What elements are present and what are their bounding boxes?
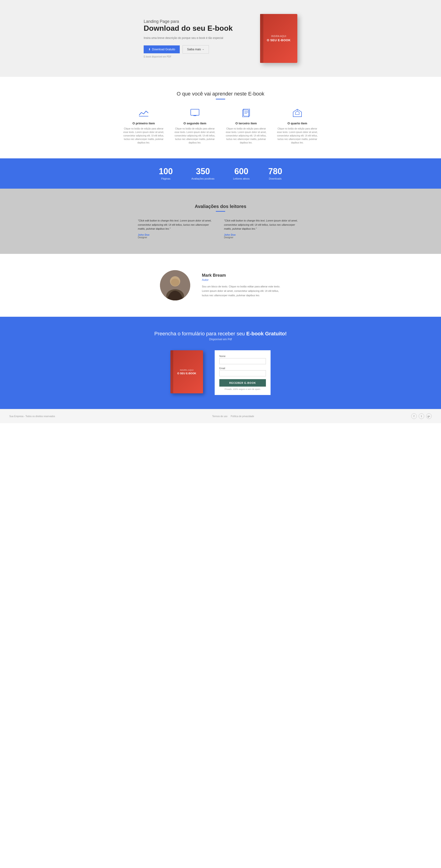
feature-desc-4: Clique no botão de edição para alterar e… [276, 127, 318, 145]
reviews-title: Avaliações dos leitores [116, 204, 325, 209]
download-button-label: Download Gratuito [152, 48, 175, 51]
hero-book-mockup: INSIRA AQUI O SEU E-BOOK [260, 14, 297, 63]
stat-ratings: 350 Avaliações positivas [191, 166, 215, 181]
stat-readers-number: 600 [233, 166, 250, 176]
cta-title: Preencha o formulário para receber seu E… [9, 331, 432, 337]
footer-privacy-link[interactable]: Política de privacidade [231, 415, 254, 417]
feature-name-1: O primeiro item [123, 122, 165, 125]
learn-divider [216, 99, 225, 99]
hero-subtitle: Landing Page para [144, 19, 242, 24]
feature-desc-1: Clique no botão de edição para alterar e… [123, 127, 165, 145]
features-grid: O primeiro item Clique no botão de ediçã… [116, 109, 325, 145]
feature-item-1: O primeiro item Clique no botão de ediçã… [123, 109, 165, 145]
reviews-section: Avaliações dos leitores "Click edit butt… [0, 189, 441, 254]
twitter-icon[interactable]: t [419, 413, 424, 419]
facebook-icon[interactable]: f [411, 413, 417, 419]
book-title: O SEU E-BOOK [267, 38, 291, 42]
review-card-1: "Click edit button to change this text. … [138, 219, 217, 239]
form-security: Privado, 100% seguro e sem de spam. [219, 388, 266, 390]
reviews-grid: "Click edit button to change this text. … [116, 219, 325, 239]
submit-button[interactable]: RECEBER E-BOOK [219, 379, 266, 386]
feature-name-2: O segundo item [174, 122, 216, 125]
svg-rect-0 [139, 109, 148, 117]
feature-icon-4 [276, 109, 318, 119]
stat-ratings-label: Avaliações positivas [191, 177, 215, 180]
footer: Sua Empresa - Todos os direitos reservad… [0, 409, 441, 423]
author-section: Mark Bream Autor Sou um bloco de texto. … [0, 254, 441, 317]
cta-book-title: O SEU E-BOOK [177, 372, 196, 375]
reviews-divider [216, 211, 225, 212]
cta-title-normal: Preencha o formulário para receber seu [154, 331, 245, 337]
stat-downloads-label: Downloads [269, 177, 282, 180]
author-role: Autor [202, 278, 281, 282]
feature-icon-2 [174, 109, 216, 119]
reviewer-name-2: John Doe [224, 234, 303, 236]
feature-icon-3 [225, 109, 267, 119]
hero-footnote: E-book disponível em PDF [144, 55, 242, 58]
svg-point-15 [171, 279, 179, 286]
googleplus-icon[interactable]: g+ [426, 413, 432, 419]
hero-description: Insira uma breve descrição do porque seu… [144, 36, 242, 40]
svg-marker-11 [295, 111, 299, 115]
cta-title-bold: E-book Gratuito! [246, 331, 287, 337]
feature-item-2: O segundo item Clique no botão de edição… [174, 109, 216, 145]
stat-pages: 100 Páginas [159, 166, 173, 181]
learn-section: O que você vai aprender neste E-book O p… [0, 77, 441, 158]
hero-content: Landing Page para Download do seu E-book… [144, 19, 242, 58]
svg-rect-2 [191, 109, 199, 115]
stat-ratings-number: 350 [191, 166, 215, 176]
learn-more-label: Saiba mais → [187, 48, 204, 51]
email-label: Email [219, 367, 266, 370]
reviewer-name-1: John Doe [138, 234, 217, 236]
stat-downloads: 780 Downloads [268, 166, 282, 181]
download-button[interactable]: ⬇ Download Gratuito [144, 45, 180, 53]
download-icon: ⬇ [148, 48, 151, 51]
author-info: Mark Bream Autor Sou um bloco de texto. … [202, 273, 281, 298]
cta-section: Preencha o formulário para receber seu E… [0, 317, 441, 409]
cta-book-mockup: INSIRA AQUI O SEU E-BOOK [170, 350, 203, 393]
cta-book-label: INSIRA AQUI [180, 369, 193, 371]
author-name: Mark Bream [202, 273, 281, 278]
footer-links: Termos de uso Política de privacidade [212, 415, 254, 417]
feature-name-3: O terceiro item [225, 122, 267, 125]
stat-readers: 600 Leitores ativos [233, 166, 250, 181]
author-bio: Sou um bloco de texto. Clique no botão e… [202, 284, 281, 298]
review-text-1: "Click edit button to change this text. … [138, 219, 217, 231]
reviews-content: Avaliações dos leitores "Click edit butt… [116, 204, 325, 239]
email-form-group: Email [219, 367, 266, 376]
review-text-2: "Click edit button to change this text. … [224, 219, 303, 231]
stat-readers-label: Leitores ativos [233, 177, 250, 180]
cta-content: INSIRA AQUI O SEU E-BOOK Nome Email RECE… [139, 350, 302, 395]
stat-downloads-number: 780 [268, 166, 282, 176]
cta-form: Nome Email RECEBER E-BOOK Privado, 100% … [215, 350, 271, 395]
name-input[interactable] [219, 358, 266, 364]
email-input[interactable] [219, 370, 266, 376]
learn-section-title: O que você vai aprender neste E-book [9, 91, 432, 97]
name-form-group: Nome [219, 355, 266, 364]
book-label: INSIRA AQUI [271, 35, 286, 37]
feature-desc-2: Clique no botão de edição para alterar e… [174, 127, 216, 145]
footer-social: f t g+ [411, 413, 432, 419]
reviewer-role-2: Designer [224, 236, 303, 239]
footer-copyright: Sua Empresa - Todos os direitos reservad… [9, 415, 55, 417]
author-avatar [160, 270, 190, 301]
cta-subtitle: Disponível em Pdf [9, 338, 432, 341]
feature-icon-1 [123, 109, 165, 119]
review-card-2: "Click edit button to change this text. … [224, 219, 303, 239]
hero-title: Download do seu E-book [144, 24, 242, 33]
stat-pages-label: Páginas [161, 177, 170, 180]
hero-section: Landing Page para Download do seu E-book… [0, 0, 441, 77]
stat-pages-number: 100 [159, 166, 173, 176]
feature-item-3: O terceiro item Clique no botão de ediçã… [225, 109, 267, 145]
reviewer-role-1: Designer [138, 236, 217, 239]
stats-bar: 100 Páginas 350 Avaliações positivas 600… [0, 158, 441, 189]
feature-item-4: O quarto item Clique no botão de edição … [276, 109, 318, 145]
name-label: Nome [219, 355, 266, 358]
learn-more-button[interactable]: Saiba mais → [183, 45, 209, 54]
feature-desc-3: Clique no botão de edição para alterar e… [225, 127, 267, 145]
feature-name-4: O quarto item [276, 122, 318, 125]
hero-buttons: ⬇ Download Gratuito Saiba mais → [144, 45, 242, 54]
footer-terms-link[interactable]: Termos de uso [212, 415, 227, 417]
